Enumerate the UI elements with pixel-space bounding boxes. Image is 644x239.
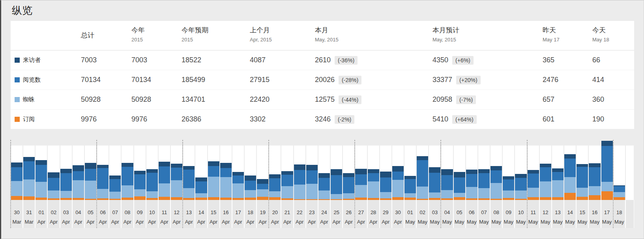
bar-segment-visitors[interactable]	[60, 169, 72, 173]
bar-segment-spiders[interactable]	[380, 192, 391, 198]
bar-segment-visitors[interactable]	[306, 165, 318, 170]
chart-bar[interactable]	[306, 165, 318, 200]
bar-segment-pageviews[interactable]	[564, 159, 576, 177]
bar-segment-pageviews[interactable]	[23, 161, 35, 179]
bar-segment-spiders[interactable]	[601, 182, 613, 191]
bar-segment-visitors[interactable]	[232, 172, 244, 176]
bar-segment-visitors[interactable]	[417, 156, 428, 160]
bar-segment-spiders[interactable]	[441, 190, 453, 198]
bar-segment-visitors[interactable]	[429, 167, 440, 173]
bar-segment-spiders[interactable]	[146, 191, 158, 198]
bar-segment-spiders[interactable]	[73, 180, 84, 198]
bar-segment-visitors[interactable]	[478, 169, 490, 173]
bar-segment-spiders[interactable]	[564, 177, 576, 193]
bar-segment-subscriptions[interactable]	[589, 195, 600, 200]
bar-segment-spiders[interactable]	[528, 188, 539, 197]
bar-segment-pageviews[interactable]	[417, 160, 428, 187]
chart-bar[interactable]	[109, 176, 121, 200]
chart-bar[interactable]	[404, 176, 416, 200]
bar-segment-pageviews[interactable]	[392, 172, 404, 180]
bar-segment-spiders[interactable]	[134, 189, 146, 196]
chart-bar[interactable]	[515, 174, 526, 200]
bar-segment-pageviews[interactable]	[257, 184, 268, 189]
bar-segment-subscriptions[interactable]	[159, 197, 170, 200]
bar-segment-spiders[interactable]	[36, 182, 47, 198]
bar-segment-visitors[interactable]	[245, 176, 256, 181]
bar-segment-visitors[interactable]	[294, 164, 305, 170]
bar-segment-spiders[interactable]	[589, 186, 600, 195]
bar-segment-spiders[interactable]	[478, 188, 490, 198]
bar-segment-pageviews[interactable]	[355, 174, 367, 185]
bar-segment-visitors[interactable]	[134, 171, 146, 174]
bar-segment-pageviews[interactable]	[220, 168, 232, 177]
bar-segment-pageviews[interactable]	[503, 179, 514, 190]
chart-bar[interactable]	[490, 166, 502, 200]
bar-segment-subscriptions[interactable]	[540, 197, 551, 200]
chart-bar[interactable]	[11, 162, 22, 200]
bar-segment-subscriptions[interactable]	[269, 197, 281, 200]
bar-segment-visitors[interactable]	[36, 160, 47, 165]
bar-segment-pageviews[interactable]	[122, 167, 133, 185]
bar-segment-visitors[interactable]	[109, 176, 121, 179]
chart-bar[interactable]	[478, 169, 490, 200]
bar-segment-visitors[interactable]	[146, 169, 158, 173]
chart-bar[interactable]	[73, 165, 84, 200]
bar-segment-subscriptions[interactable]	[11, 196, 22, 200]
bar-segment-pageviews[interactable]	[60, 173, 72, 191]
bar-segment-pageviews[interactable]	[490, 170, 502, 183]
bar-segment-spiders[interactable]	[368, 181, 379, 198]
bar-segment-visitors[interactable]	[490, 166, 502, 170]
chart-bar[interactable]	[380, 172, 391, 200]
bar-segment-pageviews[interactable]	[441, 175, 453, 190]
bar-segment-pageviews[interactable]	[601, 146, 613, 182]
chart-bar[interactable]	[269, 174, 281, 200]
bar-segment-visitors[interactable]	[577, 164, 588, 167]
bar-segment-spiders[interactable]	[48, 190, 59, 198]
bar-segment-subscriptions[interactable]	[528, 197, 539, 200]
bar-segment-pageviews[interactable]	[269, 178, 281, 191]
chart-bar[interactable]	[220, 163, 232, 200]
bar-segment-visitors[interactable]	[281, 171, 293, 175]
chart-bar[interactable]	[281, 171, 293, 200]
bar-segment-visitors[interactable]	[269, 174, 281, 178]
bar-segment-spiders[interactable]	[232, 183, 244, 198]
bar-segment-visitors[interactable]	[515, 174, 526, 178]
chart-bar[interactable]	[60, 169, 72, 200]
chart-bar[interactable]	[331, 169, 342, 200]
bar-segment-visitors[interactable]	[208, 161, 219, 166]
bar-segment-pageviews[interactable]	[85, 169, 96, 181]
bar-segment-spiders[interactable]	[318, 190, 330, 199]
chart-bar[interactable]	[257, 179, 268, 200]
bar-segment-visitors[interactable]	[540, 164, 551, 167]
chart-bar[interactable]	[208, 161, 219, 200]
bar-segment-subscriptions[interactable]	[171, 197, 182, 200]
chart-bar[interactable]	[429, 167, 440, 200]
bar-segment-pageviews[interactable]	[294, 170, 305, 185]
bar-segment-visitors[interactable]	[85, 163, 96, 169]
bar-segment-spiders[interactable]	[404, 193, 416, 198]
bar-segment-pageviews[interactable]	[171, 168, 182, 180]
bar-segment-spiders[interactable]	[11, 181, 22, 196]
bar-segment-spiders[interactable]	[183, 188, 195, 198]
chart-bar[interactable]	[577, 164, 588, 200]
bar-segment-spiders[interactable]	[97, 189, 109, 198]
bar-segment-visitors[interactable]	[195, 177, 207, 181]
bar-segment-spiders[interactable]	[503, 190, 514, 198]
chart-bar[interactable]	[23, 157, 35, 200]
chart-bar[interactable]	[466, 170, 477, 200]
bar-segment-spiders[interactable]	[85, 181, 96, 199]
bar-segment-visitors[interactable]	[454, 172, 465, 177]
bar-segment-pageviews[interactable]	[454, 177, 465, 193]
bar-segment-pageviews[interactable]	[540, 167, 551, 181]
bar-segment-pageviews[interactable]	[552, 172, 564, 180]
bar-segment-pageviews[interactable]	[515, 178, 526, 190]
bar-segment-pageviews[interactable]	[577, 167, 588, 188]
chart-bar[interactable]	[417, 156, 428, 200]
bar-segment-visitors[interactable]	[343, 173, 354, 177]
bar-segment-visitors[interactable]	[257, 179, 268, 184]
chart-bar[interactable]	[343, 173, 354, 200]
bar-segment-spiders[interactable]	[552, 180, 564, 197]
chart-bar[interactable]	[159, 162, 170, 200]
chart-bar[interactable]	[294, 164, 305, 200]
chart-bar[interactable]	[183, 166, 195, 200]
